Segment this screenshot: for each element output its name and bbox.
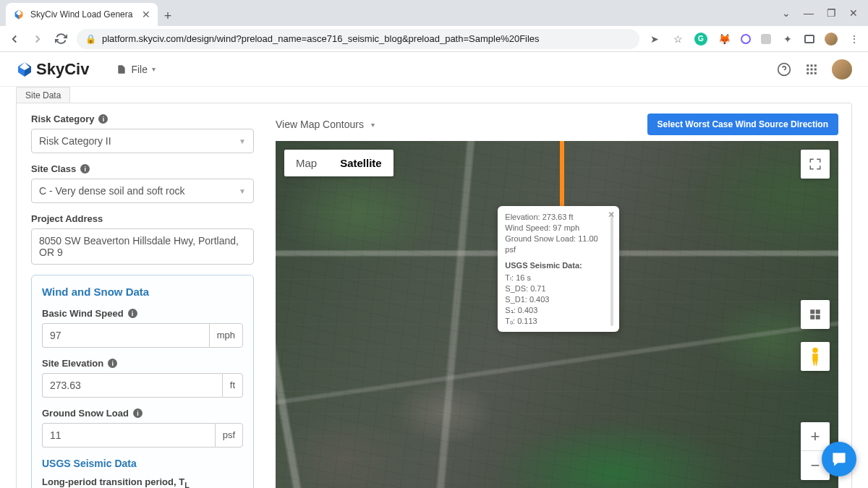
info-usgs-title: USGS Seismic Data: (505, 260, 608, 271)
skyciv-logo[interactable]: SkyCiv (16, 60, 89, 79)
info-sds: S_DS: 0.71 (505, 283, 608, 294)
info-icon[interactable]: i (128, 309, 137, 318)
tab-site-data[interactable]: Site Data (16, 87, 70, 103)
worst-case-button[interactable]: Select Worst Case Wind Source Direction (647, 114, 838, 135)
risk-category-select[interactable]: Risk Category II▼ (31, 129, 254, 153)
svg-rect-14 (816, 315, 820, 320)
sidebar-form: Risk Categoryi Risk Category II▼ Site Cl… (17, 103, 268, 488)
apps-grid-icon[interactable] (804, 62, 819, 77)
ground-snow-load-label: Ground Snow Load (42, 408, 129, 419)
site-elevation-label: Site Elevation (42, 358, 103, 369)
svg-rect-13 (810, 315, 814, 320)
bookmark-icon[interactable]: ☆ (671, 33, 684, 46)
ext-circle-icon[interactable] (741, 34, 751, 44)
unit-label: mph (209, 323, 243, 348)
app-header: SkyCiv File ▾ (0, 52, 868, 87)
svg-rect-2 (811, 64, 813, 67)
long-period-label: Long-period transition period, TL (42, 476, 190, 488)
file-icon (116, 64, 127, 74)
panel-icon[interactable] (804, 35, 814, 43)
minimize-icon[interactable]: — (804, 7, 814, 19)
new-tab-button[interactable]: + (158, 6, 178, 26)
usgs-title: USGS Seismic Data (42, 458, 243, 469)
close-window-icon[interactable]: ✕ (849, 7, 858, 19)
file-menu[interactable]: File ▾ (116, 64, 156, 75)
info-sd1: S_D1: 0.403 (505, 294, 608, 305)
map-type-map[interactable]: Map (284, 150, 328, 176)
unit-label: ft (222, 373, 243, 398)
site-class-label: Site Class (31, 163, 76, 174)
help-icon[interactable] (777, 62, 791, 77)
info-icon[interactable]: i (133, 408, 142, 418)
share-icon[interactable]: ➤ (648, 33, 661, 46)
chat-icon (830, 450, 848, 468)
info-s1: S₁: 0.403 (505, 305, 608, 316)
svg-rect-1 (807, 64, 809, 67)
svg-rect-11 (810, 309, 814, 314)
layers-button[interactable] (801, 300, 830, 329)
url-text: platform.skyciv.com/design/wind?preload_… (102, 33, 540, 44)
intercom-launcher[interactable] (822, 442, 856, 476)
chevron-down-icon: ▼ (239, 137, 246, 145)
risk-category-label: Risk Category (31, 114, 94, 124)
browser-tab[interactable]: SkyCiv Wind Load Genera ✕ (6, 3, 158, 26)
address-bar[interactable]: 🔒 platform.skyciv.com/design/wind?preloa… (77, 29, 639, 49)
maximize-icon[interactable]: ❐ (827, 7, 836, 19)
svg-rect-8 (811, 72, 813, 74)
back-button[interactable] (7, 32, 22, 46)
svg-rect-12 (816, 309, 820, 314)
wind-snow-card: Wind and Snow Data Basic Wind Speedi mph… (31, 275, 254, 488)
ground-snow-load-input[interactable] (42, 423, 215, 448)
map-type-satellite[interactable]: Satellite (328, 150, 393, 176)
chevron-down-icon[interactable]: ⌄ (782, 7, 791, 19)
zoom-in-button[interactable]: + (801, 422, 830, 451)
project-address-input[interactable]: 8050 SW Beaverton Hillsdale Hwy, Portlan… (31, 228, 254, 265)
info-wind: Wind Speed: 97 mph (505, 223, 608, 234)
info-tl: Tₗ: 16 s (505, 273, 608, 283)
info-window-scrollbar[interactable] (610, 212, 613, 326)
info-icon[interactable]: i (108, 359, 117, 368)
user-avatar[interactable] (832, 59, 852, 80)
skyciv-favicon (13, 9, 25, 20)
ext-square-icon[interactable] (761, 34, 771, 44)
close-tab-icon[interactable]: ✕ (142, 9, 150, 20)
svg-rect-7 (807, 72, 809, 74)
project-address-label: Project Address (31, 213, 103, 224)
unit-label: psf (215, 423, 243, 448)
close-info-window[interactable]: ✕ (608, 210, 615, 219)
fullscreen-button[interactable] (801, 150, 830, 179)
info-icon[interactable]: i (80, 164, 90, 174)
streetview-pegman[interactable] (801, 342, 830, 371)
chevron-down-icon: ▼ (239, 187, 246, 195)
svg-point-15 (812, 348, 817, 353)
site-class-select[interactable]: C - Very dense soil and soft rock▼ (31, 179, 254, 203)
svg-rect-5 (811, 68, 813, 70)
basic-wind-speed-label: Basic Wind Speed (42, 308, 124, 319)
map[interactable]: Map Satellite + − Elevation: 273.63 ft W… (276, 141, 838, 488)
info-t0: T₀: 0.113 (505, 316, 608, 327)
svg-rect-9 (814, 72, 817, 74)
forward-button[interactable] (30, 32, 45, 46)
extensions-icon[interactable]: ✦ (781, 33, 794, 46)
svg-rect-3 (814, 64, 817, 67)
info-snow: Ground Snow Load: 11.00 psf (505, 234, 608, 255)
tab-title: SkyCiv Wind Load Genera (30, 9, 132, 20)
site-elevation-input[interactable] (42, 373, 222, 398)
ext-metamask-icon[interactable]: 🦊 (718, 33, 731, 46)
map-info-window: Elevation: 273.63 ft Wind Speed: 97 mph … (498, 206, 619, 332)
menu-icon[interactable]: ⋮ (848, 33, 861, 46)
skyciv-logo-icon (16, 61, 33, 78)
svg-rect-4 (807, 68, 809, 70)
view-contours-dropdown[interactable]: View Map Contours▾ (276, 119, 375, 130)
svg-rect-6 (814, 68, 817, 70)
info-elevation: Elevation: 273.63 ft (505, 212, 608, 223)
wind-snow-title: Wind and Snow Data (42, 286, 243, 298)
wind-direction-line (560, 141, 564, 210)
ext-grammarly-icon[interactable]: G (694, 33, 707, 46)
info-icon[interactable]: i (98, 114, 108, 124)
profile-avatar[interactable] (825, 33, 838, 46)
basic-wind-speed-input[interactable] (42, 323, 209, 348)
lock-icon: 🔒 (85, 34, 96, 44)
chevron-down-icon: ▾ (371, 121, 375, 129)
reload-button[interactable] (54, 32, 68, 46)
